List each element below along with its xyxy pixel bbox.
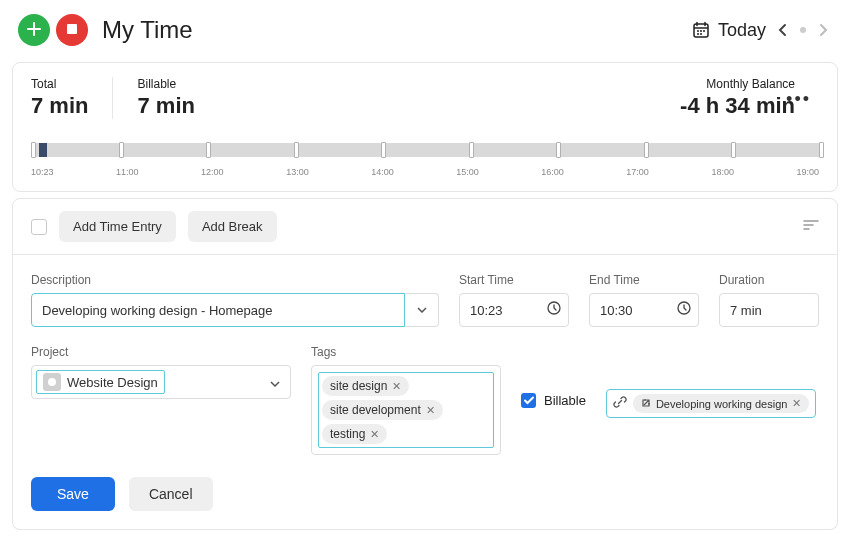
tags-label: Tags [311,345,501,359]
save-button[interactable]: Save [31,477,115,511]
timeline-tick-label: 15:00 [456,167,479,177]
svg-rect-0 [67,24,77,34]
next-day-button[interactable] [814,21,832,39]
start-time-label: Start Time [459,273,569,287]
billable-checkbox[interactable] [521,393,536,408]
stop-icon [66,23,78,38]
billable-checkbox-label: Billable [544,393,586,408]
timeline-tick-label: 17:00 [626,167,649,177]
remove-tag-button[interactable]: ✕ [392,380,401,393]
clock-icon [547,301,561,318]
timeline-tick-mark [119,142,124,158]
timeline-tick-mark [644,142,649,158]
link-icon [613,395,627,412]
svg-point-2 [697,30,699,32]
tag-pill: testing✕ [322,424,387,444]
timeline-track[interactable] [31,143,819,161]
timeline-tick-label: 11:00 [116,167,139,177]
timeline-tick-label: 12:00 [201,167,224,177]
timeline-tick-mark [31,142,36,158]
duration-input[interactable]: 7 min [719,293,819,327]
add-break-button[interactable]: Add Break [188,211,277,242]
tags-input[interactable]: site design✕site development✕testing✕ [311,365,501,455]
timeline-tick-label: 10:23 [31,167,54,177]
tag-label: testing [330,427,365,441]
timeline-tick-mark [819,142,824,158]
clock-icon [677,301,691,318]
timeline-tick-label: 14:00 [371,167,394,177]
balance-label: Monthly Balance [680,77,795,91]
description-dropdown-button[interactable] [405,293,439,327]
tag-pill: site development✕ [322,400,443,420]
timeline-entry[interactable] [39,143,47,157]
timeline-tick-mark [294,142,299,158]
linked-task-name: Developing working design [656,398,787,410]
total-label: Total [31,77,88,91]
description-input[interactable]: Developing working design - Homepage [31,293,405,327]
timeline-tick-label: 18:00 [711,167,734,177]
project-select[interactable]: Website Design [31,365,291,399]
description-label: Description [31,273,439,287]
nav-dot [800,27,806,33]
timeline-tick-mark [381,142,386,158]
billable-value: 7 min [137,93,194,119]
linked-task-input[interactable]: Developing working design ✕ [606,389,816,418]
duration-label: Duration [719,273,819,287]
prev-day-button[interactable] [774,21,792,39]
svg-point-5 [697,33,699,35]
calendar-icon [692,21,710,39]
project-color-icon [43,373,61,391]
tag-label: site development [330,403,421,417]
timeline-tick-mark [731,142,736,158]
remove-tag-button[interactable]: ✕ [370,428,379,441]
external-link-icon [641,398,651,410]
svg-point-4 [703,30,705,32]
remove-tag-button[interactable]: ✕ [426,404,435,417]
svg-point-6 [700,33,702,35]
select-all-checkbox[interactable] [31,219,47,235]
sort-icon[interactable] [803,218,819,235]
add-time-entry-button[interactable]: Add Time Entry [59,211,176,242]
timeline-tick-mark [556,142,561,158]
plus-icon [27,22,41,39]
timeline-tick-label: 16:00 [541,167,564,177]
balance-value: -4 h 34 min [680,93,795,119]
timeline-tick-mark [206,142,211,158]
svg-point-3 [700,30,702,32]
stop-timer-button[interactable] [56,14,88,46]
end-time-label: End Time [589,273,699,287]
chevron-down-icon [270,375,280,390]
tag-label: site design [330,379,387,393]
tag-pill: site design✕ [322,376,409,396]
remove-link-button[interactable]: ✕ [792,397,801,410]
timeline-tick-label: 13:00 [286,167,309,177]
cancel-button[interactable]: Cancel [129,477,213,511]
timeline-tick-label: 19:00 [796,167,819,177]
today-button[interactable]: Today [718,20,766,41]
stat-divider [112,77,113,119]
project-label: Project [31,345,291,359]
svg-point-9 [48,378,56,386]
new-entry-button[interactable] [18,14,50,46]
timeline-tick-mark [469,142,474,158]
project-value: Website Design [67,375,158,390]
billable-label: Billable [137,77,194,91]
total-value: 7 min [31,93,88,119]
page-title: My Time [102,16,193,44]
